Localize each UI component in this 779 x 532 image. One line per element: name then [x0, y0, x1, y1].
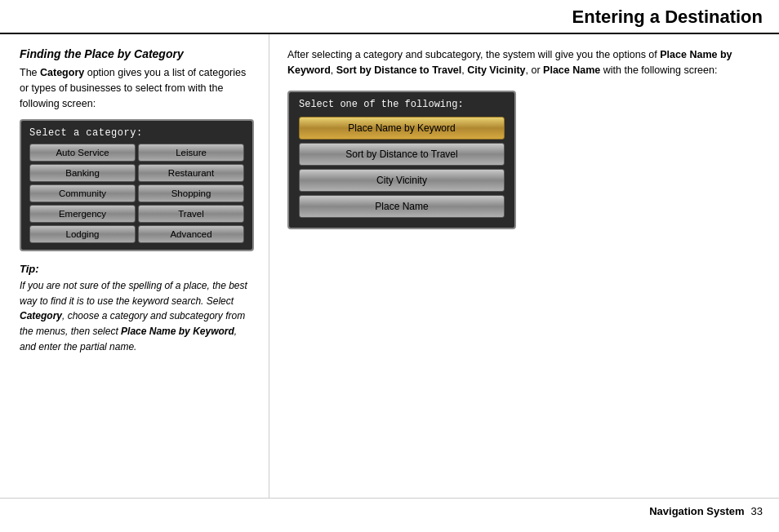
cat-btn-restaurant[interactable]: Restaurant: [138, 164, 244, 182]
tip-paragraph: If you are not sure of the spelling of a…: [20, 278, 254, 354]
select-screen-title: Select one of the following:: [299, 99, 505, 110]
cat-btn-lodging[interactable]: Lodging: [29, 225, 136, 243]
cat-btn-leisure[interactable]: Leisure: [138, 144, 244, 162]
page-footer: Navigation System 33: [0, 498, 779, 524]
main-content: Finding the Place by Category The Catego…: [0, 34, 779, 498]
cat-btn-advanced[interactable]: Advanced: [138, 225, 244, 243]
intro-paragraph: The Category option gives you a list of …: [20, 65, 254, 111]
right-body-after: with the following screen:: [600, 64, 717, 76]
category-screen: Select a category: Auto Service Leisure …: [20, 119, 254, 251]
footer-page-number: 33: [751, 505, 763, 517]
right-body-before: After selecting a category and subcatego…: [287, 49, 660, 60]
select-btn-city-vicinity[interactable]: City Vicinity: [299, 169, 505, 192]
cat-btn-banking[interactable]: Banking: [29, 164, 136, 182]
right-intro-paragraph: After selecting a category and subcatego…: [287, 47, 763, 79]
category-screen-title: Select a category:: [29, 127, 244, 139]
section-heading: Finding the Place by Category: [20, 47, 254, 60]
intro-bold: Category: [40, 67, 84, 78]
tip-bold-1: Category: [20, 310, 62, 321]
page-header: Entering a Destination: [0, 0, 779, 34]
select-btn-place-name[interactable]: Place Name: [299, 195, 505, 218]
select-btn-sort-distance[interactable]: Sort by Distance to Travel: [299, 143, 505, 166]
select-screen: Select one of the following: Place Name …: [287, 91, 516, 229]
tip-heading: Tip:: [20, 263, 254, 275]
right-mid-1: ,: [331, 64, 336, 76]
right-column: After selecting a category and subcatego…: [269, 34, 779, 498]
page-title: Entering a Destination: [572, 7, 763, 27]
cat-btn-community[interactable]: Community: [29, 184, 136, 202]
category-grid: Auto Service Leisure Banking Restaurant …: [29, 144, 244, 243]
right-mid-3: , or: [526, 64, 544, 76]
cat-btn-shopping[interactable]: Shopping: [138, 184, 244, 202]
right-bold-3: City Vicinity: [467, 64, 525, 76]
left-column: Finding the Place by Category The Catego…: [0, 34, 269, 498]
select-btn-place-name-keyword[interactable]: Place Name by Keyword: [299, 117, 505, 140]
footer-nav-label: Navigation System: [649, 505, 744, 517]
right-bold-2: Sort by Distance to Travel: [336, 64, 462, 76]
cat-btn-emergency[interactable]: Emergency: [29, 205, 136, 223]
cat-btn-travel[interactable]: Travel: [138, 205, 244, 223]
right-bold-4: Place Name: [543, 64, 600, 76]
intro-text-1: The: [20, 67, 40, 78]
tip-bold-2: Place Name by Keyword: [121, 326, 234, 337]
tip-text-1: If you are not sure of the spelling of a…: [20, 280, 247, 307]
cat-btn-auto-service[interactable]: Auto Service: [29, 144, 136, 162]
